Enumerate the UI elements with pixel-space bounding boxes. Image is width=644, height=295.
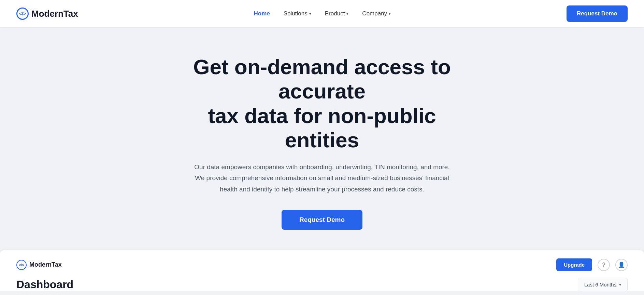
navbar-request-demo-button[interactable]: Request Demo [567,5,628,22]
navbar: </> ModernTax Home Solutions ▾ Product ▾… [0,0,644,27]
nav-links: Home Solutions ▾ Product ▾ Company ▾ [254,10,391,17]
navbar-logo[interactable]: </> ModernTax [16,8,78,20]
user-icon: 👤 [618,262,625,268]
hero-title: Get on-demand access to accurate tax dat… [169,55,476,152]
product-chevron-icon: ▾ [346,12,348,16]
dashboard-body: Dashboard Last 6 Months ▾ [0,271,644,291]
hero-subtitle: Our data empowers companies with onboard… [192,162,452,195]
help-button[interactable]: ? [598,259,610,271]
dashboard-logo-icon: </> [16,260,27,270]
dashboard-title: Dashboard [16,278,73,291]
help-icon: ? [602,262,605,268]
logo-icon: </> [16,8,29,20]
dashboard-preview-bar: </> ModernTax Upgrade ? 👤 [0,250,644,271]
solutions-chevron-icon: ▾ [309,12,311,16]
dashboard-logo: </> ModernTax [16,260,62,270]
hero-section: Get on-demand access to accurate tax dat… [0,27,644,250]
dashboard-logo-text: ModernTax [29,261,62,268]
nav-solutions[interactable]: Solutions ▾ [284,10,311,17]
date-filter-dropdown[interactable]: Last 6 Months ▾ [578,278,628,291]
date-filter-label: Last 6 Months [584,282,616,287]
nav-company[interactable]: Company ▾ [362,10,391,17]
user-account-button[interactable]: 👤 [615,259,628,271]
date-filter-chevron-icon: ▾ [619,282,621,287]
nav-product[interactable]: Product ▾ [325,10,349,17]
nav-home[interactable]: Home [254,10,270,17]
upgrade-button[interactable]: Upgrade [556,258,592,271]
company-chevron-icon: ▾ [389,12,391,16]
logo-text: ModernTax [31,9,78,19]
hero-request-demo-button[interactable]: Request Demo [282,210,362,230]
dashboard-controls: Upgrade ? 👤 [556,258,628,271]
